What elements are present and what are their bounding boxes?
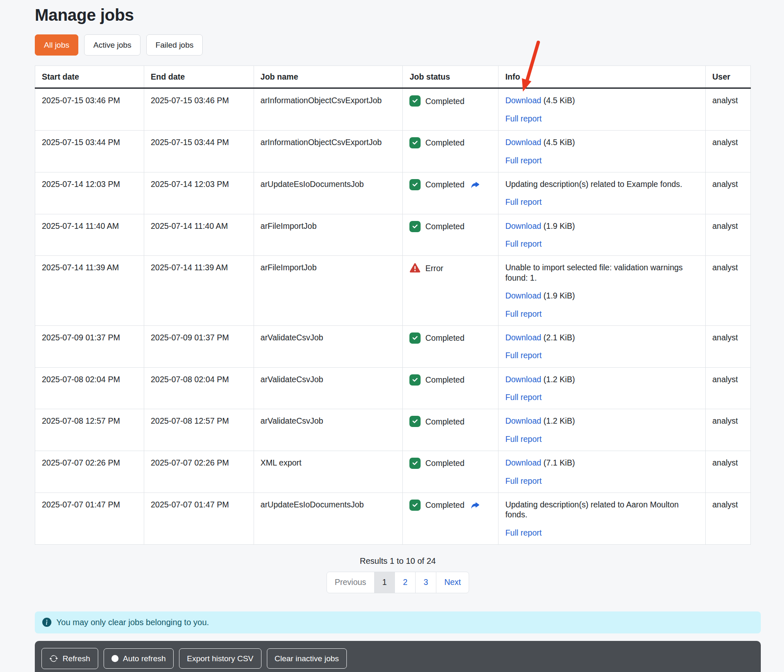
circle-icon bbox=[111, 655, 119, 662]
pagination-page-3[interactable]: 3 bbox=[415, 572, 436, 593]
table-header-row: Start date End date Job name Job status … bbox=[35, 66, 751, 88]
col-header-start-date: Start date bbox=[35, 66, 144, 88]
filter-failed-jobs-button[interactable]: Failed jobs bbox=[146, 34, 203, 56]
job-name-cell: XML export bbox=[254, 451, 403, 493]
full-report-link[interactable]: Full report bbox=[505, 197, 542, 206]
table-row: 2025-07-07 02:26 PM2025-07-07 02:26 PMXM… bbox=[35, 451, 751, 493]
job-name-cell: arValidateCsvJob bbox=[254, 325, 403, 367]
user-cell: analyst bbox=[705, 451, 750, 493]
pagination-next[interactable]: Next bbox=[436, 572, 469, 593]
full-report-link[interactable]: Full report bbox=[505, 434, 542, 444]
manage-jobs-page: Manage jobs All jobs Active jobs Failed … bbox=[0, 0, 784, 672]
filter-all-jobs-button[interactable]: All jobs bbox=[35, 34, 78, 56]
info-cell: Download (4.5 KiB)Full report bbox=[498, 88, 706, 131]
user-cell: analyst bbox=[705, 367, 750, 409]
download-size: (1.2 KiB) bbox=[541, 375, 575, 384]
table-row: 2025-07-08 12:57 PM2025-07-08 12:57 PMar… bbox=[35, 409, 751, 451]
results-summary: Results 1 to 10 of 24 bbox=[35, 556, 761, 566]
status-label: Completed bbox=[425, 138, 464, 148]
job-name-cell: arFileImportJob bbox=[254, 214, 403, 256]
user-cell: analyst bbox=[705, 409, 750, 451]
completed-check-icon bbox=[409, 374, 421, 386]
filter-active-jobs-button[interactable]: Active jobs bbox=[84, 34, 140, 56]
full-report-link[interactable]: Full report bbox=[505, 393, 542, 402]
download-link[interactable]: Download bbox=[505, 458, 541, 467]
table-row: 2025-07-14 12:03 PM2025-07-14 12:03 PMar… bbox=[35, 172, 751, 214]
job-status-cell: Error bbox=[403, 256, 498, 326]
start-date-cell: 2025-07-08 12:57 PM bbox=[35, 409, 144, 451]
download-size: (2.1 KiB) bbox=[541, 333, 575, 342]
table-row: 2025-07-14 11:40 AM2025-07-14 11:40 AMar… bbox=[35, 214, 751, 256]
info-message: Updating description(s) related to Examp… bbox=[505, 179, 699, 189]
clear-inactive-jobs-button[interactable]: Clear inactive jobs bbox=[267, 648, 347, 669]
completed-check-icon bbox=[409, 500, 421, 511]
info-cell: Download (4.5 KiB)Full report bbox=[498, 131, 706, 172]
refresh-button[interactable]: Refresh bbox=[41, 648, 98, 669]
full-report-link[interactable]: Full report bbox=[505, 528, 542, 537]
export-history-csv-button-label: Export history CSV bbox=[187, 655, 254, 662]
job-name-cell: arUpdateEsIoDocumentsJob bbox=[254, 492, 403, 544]
full-report-link[interactable]: Full report bbox=[505, 239, 542, 248]
pagination-page-2[interactable]: 2 bbox=[394, 572, 416, 593]
full-report-link[interactable]: Full report bbox=[505, 351, 542, 360]
user-cell: analyst bbox=[705, 214, 750, 256]
info-alert-text: You may only clear jobs belonging to you… bbox=[56, 618, 209, 627]
end-date-cell: 2025-07-08 12:57 PM bbox=[144, 409, 254, 451]
job-name-cell: arInformationObjectCsvExportJob bbox=[254, 131, 403, 172]
download-link[interactable]: Download bbox=[505, 291, 541, 300]
status-label: Completed bbox=[425, 221, 464, 231]
download-link[interactable]: Download bbox=[505, 221, 541, 230]
full-report-link[interactable]: Full report bbox=[505, 476, 542, 485]
status-label: Completed bbox=[425, 458, 464, 468]
completed-check-icon bbox=[409, 221, 421, 232]
info-alert: You may only clear jobs belonging to you… bbox=[35, 611, 761, 633]
status-label: Completed bbox=[425, 96, 464, 106]
info-cell: Updating description(s) related to Examp… bbox=[498, 172, 706, 214]
end-date-cell: 2025-07-08 02:04 PM bbox=[144, 367, 254, 409]
end-date-cell: 2025-07-15 03:44 PM bbox=[144, 131, 254, 172]
info-circle-icon bbox=[42, 618, 51, 627]
job-status-cell: Completed bbox=[403, 88, 498, 131]
start-date-cell: 2025-07-08 02:04 PM bbox=[35, 367, 144, 409]
user-cell: analyst bbox=[705, 256, 750, 326]
share-arrow-icon bbox=[470, 500, 480, 510]
start-date-cell: 2025-07-07 01:47 PM bbox=[35, 492, 144, 544]
full-report-link[interactable]: Full report bbox=[505, 114, 542, 123]
info-message: Updating description(s) related to Aaron… bbox=[505, 500, 699, 520]
download-link[interactable]: Download bbox=[505, 416, 541, 425]
job-status-cell: Completed bbox=[403, 325, 498, 367]
end-date-cell: 2025-07-14 11:39 AM bbox=[144, 256, 254, 326]
completed-check-icon bbox=[409, 416, 421, 427]
download-link[interactable]: Download bbox=[505, 333, 541, 342]
col-header-job-status: Job status bbox=[403, 66, 498, 88]
export-history-csv-button[interactable]: Export history CSV bbox=[179, 648, 261, 669]
user-cell: analyst bbox=[705, 131, 750, 172]
user-cell: analyst bbox=[705, 492, 750, 544]
status-label: Completed bbox=[425, 417, 464, 427]
info-cell: Download (2.1 KiB)Full report bbox=[498, 325, 706, 367]
start-date-cell: 2025-07-14 11:39 AM bbox=[35, 256, 144, 326]
end-date-cell: 2025-07-15 03:46 PM bbox=[144, 88, 254, 131]
full-report-link[interactable]: Full report bbox=[505, 309, 542, 318]
download-link[interactable]: Download bbox=[505, 375, 541, 384]
pagination: Previous 1 2 3 Next bbox=[35, 572, 761, 593]
jobs-table-body: 2025-07-15 03:46 PM2025-07-15 03:46 PMar… bbox=[35, 88, 751, 545]
download-size: (4.5 KiB) bbox=[541, 96, 575, 105]
col-header-end-date: End date bbox=[144, 66, 254, 88]
table-row: 2025-07-15 03:44 PM2025-07-15 03:44 PMar… bbox=[35, 131, 751, 172]
page-title: Manage jobs bbox=[35, 6, 761, 24]
download-link[interactable]: Download bbox=[505, 138, 541, 147]
refresh-button-label: Refresh bbox=[63, 655, 90, 662]
full-report-link[interactable]: Full report bbox=[505, 156, 542, 165]
auto-refresh-button-label: Auto refresh bbox=[123, 655, 166, 662]
pagination-page-1[interactable]: 1 bbox=[374, 572, 395, 593]
job-name-cell: arInformationObjectCsvExportJob bbox=[254, 88, 403, 131]
job-name-cell: arUpdateEsIoDocumentsJob bbox=[254, 172, 403, 214]
job-status-cell: Completed bbox=[403, 214, 498, 256]
clear-inactive-jobs-button-label: Clear inactive jobs bbox=[275, 655, 339, 662]
pagination-previous[interactable]: Previous bbox=[327, 572, 375, 593]
download-link[interactable]: Download bbox=[505, 96, 541, 105]
auto-refresh-button[interactable]: Auto refresh bbox=[104, 648, 174, 669]
start-date-cell: 2025-07-15 03:46 PM bbox=[35, 88, 144, 131]
download-size: (1.2 KiB) bbox=[541, 416, 575, 425]
